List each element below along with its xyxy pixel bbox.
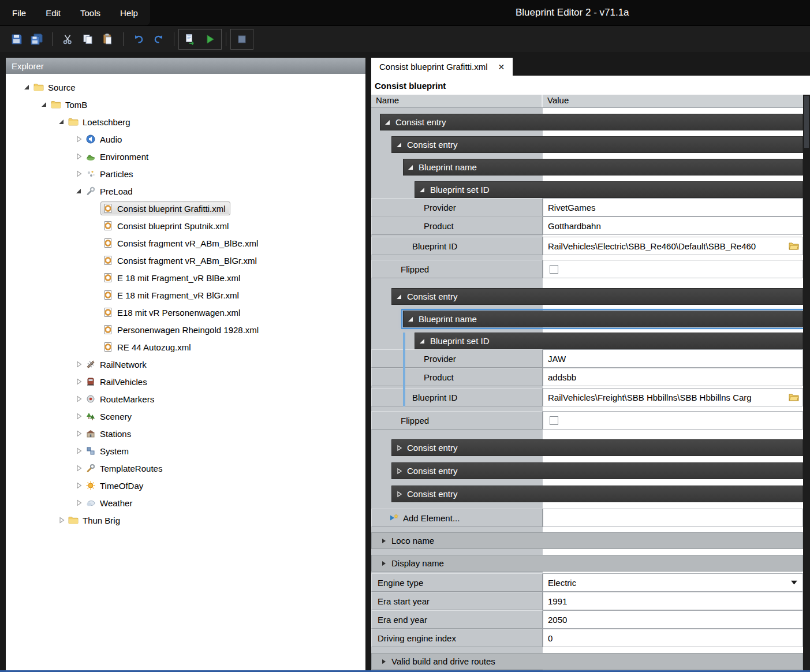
- column-header-value[interactable]: Value: [543, 95, 803, 107]
- expanded-arrow-icon[interactable]: [39, 100, 48, 109]
- tree-item[interactable]: Scenery: [6, 408, 365, 425]
- property-value-cell[interactable]: 0: [543, 629, 803, 647]
- tree-entry[interactable]: Particles: [83, 167, 138, 181]
- tree-item[interactable]: Environment: [6, 148, 365, 165]
- tree-item[interactable]: Source: [6, 79, 365, 96]
- expanded-arrow-icon[interactable]: [74, 186, 83, 196]
- property-value-cell[interactable]: RivetGames: [543, 198, 803, 216]
- property-value-cell[interactable]: Electric: [543, 573, 803, 592]
- tree-entry[interactable]: Source: [31, 80, 80, 94]
- collapsed-arrow-icon[interactable]: [74, 135, 83, 144]
- expand-icon[interactable]: [380, 560, 387, 567]
- export-button[interactable]: [181, 31, 199, 48]
- tab-consist-blueprint-grafitti[interactable]: Consist blueprint Grafitti.xml ✕: [371, 58, 513, 76]
- property-value-cell[interactable]: [543, 260, 803, 278]
- property-value-cell[interactable]: 1991: [543, 592, 803, 610]
- tree-item[interactable]: E18 mit vR Personenwagen.xml: [6, 304, 365, 321]
- tree-entry[interactable]: Audio: [83, 132, 126, 146]
- tree-item[interactable]: RE 44 Autozug.xml: [6, 338, 365, 356]
- expanded-arrow-icon[interactable]: [57, 117, 66, 126]
- tree-entry[interactable]: Scenery: [83, 409, 136, 423]
- menu-item-file[interactable]: File: [2, 0, 36, 25]
- tree-item[interactable]: Thun Brig: [6, 512, 365, 529]
- cut-button[interactable]: [58, 31, 77, 48]
- tree-item[interactable]: E 18 mit Fragment_vR BlGr.xml: [6, 286, 365, 304]
- property-value-cell[interactable]: JAW: [543, 349, 803, 368]
- flipped-checkbox[interactable]: [550, 265, 558, 274]
- tree-entry[interactable]: E18 mit vR Personenwagen.xml: [100, 305, 245, 319]
- tree-item[interactable]: Consist blueprint Sputnik.xml: [6, 217, 365, 234]
- tree-entry[interactable]: Environment: [83, 150, 153, 163]
- tree-entry[interactable]: TimeOfDay: [83, 479, 148, 492]
- collapsed-arrow-icon[interactable]: [74, 464, 83, 473]
- group-header[interactable]: Consist entry: [391, 136, 803, 153]
- menu-item-help[interactable]: Help: [110, 0, 148, 25]
- expand-icon[interactable]: [380, 537, 387, 544]
- collapse-icon[interactable]: [419, 338, 425, 345]
- redo-button[interactable]: [150, 31, 168, 48]
- tree-entry[interactable]: Consist fragment vR_ABm_BlGr.xml: [100, 253, 262, 267]
- undo-button[interactable]: [129, 31, 148, 48]
- property-value-cell[interactable]: 2050: [543, 610, 803, 629]
- tab-close-icon[interactable]: ✕: [498, 63, 505, 71]
- tree-item[interactable]: Audio: [6, 130, 365, 148]
- tree-item[interactable]: Personenwagen Rheingold 1928.xml: [6, 321, 365, 338]
- collapsed-arrow-icon[interactable]: [74, 412, 83, 421]
- scrollbar-thumb[interactable]: [804, 96, 809, 148]
- collapsed-arrow-icon[interactable]: [74, 429, 83, 438]
- collapse-icon[interactable]: [407, 164, 414, 171]
- group-header[interactable]: Blueprint set ID: [415, 333, 803, 349]
- tree-entry[interactable]: Weather: [83, 496, 137, 510]
- tree-item[interactable]: TemplateRoutes: [6, 460, 365, 477]
- group-header[interactable]: Display name: [371, 555, 803, 572]
- expand-icon[interactable]: [395, 491, 402, 498]
- collapsed-arrow-icon[interactable]: [74, 152, 83, 161]
- tree-entry[interactable]: TemplateRoutes: [83, 461, 167, 475]
- tree-item[interactable]: E 18 mit Fragment_vR BlBe.xml: [6, 269, 365, 286]
- browse-folder-button[interactable]: [789, 242, 799, 250]
- group-header[interactable]: Loco name: [371, 532, 803, 549]
- property-value-cell[interactable]: RailVehicles\Freight\SBB Hbbillns\SBB Hb…: [543, 388, 803, 406]
- collapse-icon[interactable]: [407, 316, 414, 323]
- copy-button[interactable]: [79, 31, 97, 48]
- tree-item[interactable]: Weather: [6, 494, 365, 512]
- collapsed-arrow-icon[interactable]: [74, 446, 83, 456]
- expand-icon[interactable]: [395, 445, 402, 451]
- collapse-icon[interactable]: [419, 186, 425, 193]
- paste-button[interactable]: [99, 31, 117, 48]
- property-value-cell[interactable]: RailVehicles\Electric\SBB_Re460\Default\…: [543, 237, 803, 255]
- group-header[interactable]: Blueprint set ID: [415, 181, 803, 198]
- tree-item[interactable]: RailVehicles: [6, 373, 365, 390]
- group-header[interactable]: Consist entry: [380, 114, 803, 130]
- tree-entry[interactable]: Loetschberg: [66, 115, 135, 129]
- tree-entry[interactable]: System: [83, 444, 133, 458]
- tree-item[interactable]: Consist fragment vR_ABm_BlBe.xml: [6, 234, 365, 252]
- tree-item[interactable]: Loetschberg: [6, 113, 365, 130]
- collapse-icon[interactable]: [395, 293, 402, 300]
- tree-item[interactable]: Consist fragment vR_ABm_BlGr.xml: [6, 252, 365, 269]
- collapsed-arrow-icon[interactable]: [74, 394, 83, 404]
- tree-entry[interactable]: RailVehicles: [83, 375, 152, 389]
- group-header[interactable]: Consist entry: [391, 288, 803, 305]
- expanded-arrow-icon[interactable]: [22, 83, 31, 92]
- tree-item[interactable]: RailNetwork: [6, 356, 365, 373]
- collapse-icon[interactable]: [395, 141, 402, 148]
- tree-entry[interactable]: E 18 mit Fragment_vR BlGr.xml: [100, 288, 244, 302]
- property-value-cell[interactable]: [543, 411, 803, 430]
- tree-entry[interactable]: Stations: [83, 427, 136, 440]
- collapsed-arrow-icon[interactable]: [74, 169, 83, 178]
- expand-icon[interactable]: [395, 468, 402, 475]
- collapsed-arrow-icon[interactable]: [74, 360, 83, 369]
- group-header[interactable]: Consist entry: [391, 439, 803, 456]
- collapsed-arrow-icon[interactable]: [57, 516, 66, 525]
- stop-button[interactable]: [233, 31, 251, 48]
- tree-item[interactable]: Consist blueprint Grafitti.xml: [6, 200, 365, 217]
- tree-entry[interactable]: PreLoad: [83, 184, 137, 198]
- tree-entry[interactable]: Consist fragment vR_ABm_BlBe.xml: [100, 236, 263, 250]
- tree-entry[interactable]: RailNetwork: [83, 357, 151, 371]
- tree-entry[interactable]: Consist blueprint Grafitti.xml: [100, 201, 230, 215]
- menu-item-tools[interactable]: Tools: [70, 0, 110, 25]
- tree-item[interactable]: Stations: [6, 425, 365, 442]
- expand-icon[interactable]: [380, 658, 387, 665]
- tree-entry[interactable]: Personenwagen Rheingold 1928.xml: [100, 323, 263, 337]
